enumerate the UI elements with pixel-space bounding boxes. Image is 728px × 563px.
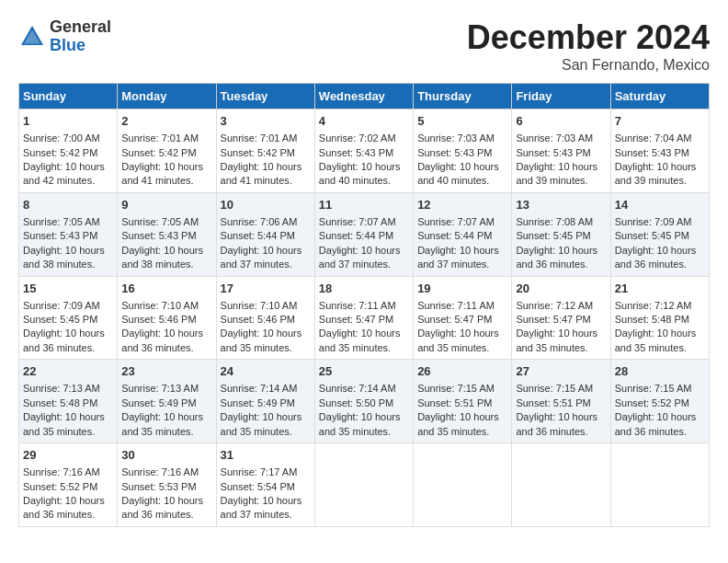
logo-icon	[18, 23, 46, 51]
sunrise-text: Sunrise: 7:13 AM	[121, 383, 199, 394]
day-number: 19	[417, 281, 507, 297]
sunset-text: Sunset: 5:44 PM	[417, 230, 492, 241]
sunrise-text: Sunrise: 7:08 AM	[516, 216, 593, 227]
daylight-text: Daylight: 10 hours and 35 minutes.	[121, 411, 203, 436]
daylight-text: Daylight: 10 hours and 36 minutes.	[23, 327, 105, 352]
sunset-text: Sunset: 5:46 PM	[121, 314, 196, 325]
day-number: 6	[516, 113, 606, 130]
sunset-text: Sunset: 5:43 PM	[121, 230, 196, 241]
sunrise-text: Sunrise: 7:16 AM	[23, 466, 100, 477]
location-title: San Fernando, Mexico	[467, 57, 710, 74]
sunset-text: Sunset: 5:45 PM	[516, 230, 590, 241]
day-number: 13	[516, 197, 606, 213]
daylight-text: Daylight: 10 hours and 35 minutes.	[319, 327, 401, 352]
day-number: 4	[319, 113, 409, 130]
sunset-text: Sunset: 5:48 PM	[615, 314, 689, 325]
sunrise-text: Sunrise: 7:12 AM	[516, 300, 593, 311]
calendar-cell: 1 Sunrise: 7:00 AM Sunset: 5:42 PM Dayli…	[19, 109, 118, 193]
day-number: 27	[516, 363, 606, 380]
calendar-cell: 26 Sunrise: 7:15 AM Sunset: 5:51 PM Dayl…	[414, 360, 512, 443]
daylight-text: Daylight: 10 hours and 38 minutes.	[23, 245, 105, 270]
sunset-text: Sunset: 5:51 PM	[417, 397, 492, 408]
sunrise-text: Sunrise: 7:07 AM	[319, 216, 396, 227]
sunset-text: Sunset: 5:44 PM	[319, 230, 393, 241]
sunrise-text: Sunrise: 7:00 AM	[23, 132, 100, 144]
sunset-text: Sunset: 5:45 PM	[23, 314, 97, 325]
calendar-week-4: 22 Sunrise: 7:13 AM Sunset: 5:48 PM Dayl…	[19, 360, 710, 443]
day-number: 15	[23, 281, 113, 297]
calendar-cell: 28 Sunrise: 7:15 AM Sunset: 5:52 PM Dayl…	[610, 360, 709, 443]
daylight-text: Daylight: 10 hours and 41 minutes.	[121, 161, 203, 186]
calendar-week-5: 29 Sunrise: 7:16 AM Sunset: 5:52 PM Dayl…	[19, 443, 710, 527]
sunset-text: Sunset: 5:49 PM	[121, 397, 196, 408]
day-number: 16	[121, 281, 211, 297]
sunrise-text: Sunrise: 7:16 AM	[121, 466, 199, 477]
calendar-cell: 7 Sunrise: 7:04 AM Sunset: 5:43 PM Dayli…	[610, 109, 709, 193]
calendar-cell: 2 Sunrise: 7:01 AM Sunset: 5:42 PM Dayli…	[118, 109, 216, 193]
daylight-text: Daylight: 10 hours and 35 minutes.	[221, 327, 302, 352]
calendar-cell: 27 Sunrise: 7:15 AM Sunset: 5:51 PM Dayl…	[512, 360, 610, 443]
sunrise-text: Sunrise: 7:10 AM	[221, 300, 298, 311]
calendar-cell: 8 Sunrise: 7:05 AM Sunset: 5:43 PM Dayli…	[19, 192, 118, 276]
sunrise-text: Sunrise: 7:05 AM	[121, 216, 199, 227]
calendar-cell: 3 Sunrise: 7:01 AM Sunset: 5:42 PM Dayli…	[216, 109, 314, 193]
sunset-text: Sunset: 5:52 PM	[23, 481, 97, 492]
daylight-text: Daylight: 10 hours and 40 minutes.	[417, 161, 499, 186]
day-number: 18	[319, 281, 409, 297]
sunset-text: Sunset: 5:51 PM	[516, 397, 590, 408]
daylight-text: Daylight: 10 hours and 36 minutes.	[121, 327, 203, 352]
sunset-text: Sunset: 5:47 PM	[319, 314, 393, 325]
calendar-cell: 4 Sunrise: 7:02 AM Sunset: 5:43 PM Dayli…	[314, 109, 413, 193]
sunset-text: Sunset: 5:43 PM	[23, 230, 97, 241]
sunset-text: Sunset: 5:43 PM	[516, 147, 590, 158]
daylight-text: Daylight: 10 hours and 35 minutes.	[615, 327, 697, 352]
day-number: 12	[417, 197, 507, 213]
sunset-text: Sunset: 5:47 PM	[516, 314, 590, 325]
calendar-cell: 13 Sunrise: 7:08 AM Sunset: 5:45 PM Dayl…	[512, 192, 610, 276]
sunrise-text: Sunrise: 7:07 AM	[417, 216, 495, 227]
sunrise-text: Sunrise: 7:02 AM	[319, 132, 396, 144]
daylight-text: Daylight: 10 hours and 37 minutes.	[221, 495, 302, 520]
sunset-text: Sunset: 5:43 PM	[417, 147, 492, 158]
sunrise-text: Sunrise: 7:11 AM	[319, 300, 396, 311]
daylight-text: Daylight: 10 hours and 37 minutes.	[319, 245, 401, 270]
daylight-text: Daylight: 10 hours and 36 minutes.	[23, 495, 105, 520]
day-number: 1	[23, 113, 113, 130]
calendar-cell: 15 Sunrise: 7:09 AM Sunset: 5:45 PM Dayl…	[19, 276, 118, 360]
calendar-cell: 10 Sunrise: 7:06 AM Sunset: 5:44 PM Dayl…	[216, 192, 314, 276]
header-friday: Friday	[512, 84, 610, 109]
calendar-cell: 11 Sunrise: 7:07 AM Sunset: 5:44 PM Dayl…	[314, 192, 413, 276]
day-number: 3	[221, 113, 311, 130]
day-number: 25	[319, 363, 409, 380]
sunset-text: Sunset: 5:53 PM	[121, 481, 196, 492]
sunrise-text: Sunrise: 7:15 AM	[516, 383, 593, 394]
sunset-text: Sunset: 5:47 PM	[417, 314, 492, 325]
calendar-cell: 30 Sunrise: 7:16 AM Sunset: 5:53 PM Dayl…	[118, 443, 216, 527]
calendar-cell: 17 Sunrise: 7:10 AM Sunset: 5:46 PM Dayl…	[216, 276, 314, 360]
weekday-header-row: Sunday Monday Tuesday Wednesday Thursday…	[19, 84, 710, 109]
sunset-text: Sunset: 5:52 PM	[615, 397, 689, 408]
sunrise-text: Sunrise: 7:12 AM	[615, 300, 692, 311]
daylight-text: Daylight: 10 hours and 35 minutes.	[23, 411, 105, 436]
day-number: 22	[23, 363, 113, 380]
sunset-text: Sunset: 5:43 PM	[615, 147, 689, 158]
sunset-text: Sunset: 5:42 PM	[23, 147, 97, 158]
calendar-week-1: 1 Sunrise: 7:00 AM Sunset: 5:42 PM Dayli…	[19, 109, 710, 193]
daylight-text: Daylight: 10 hours and 35 minutes.	[417, 411, 499, 436]
day-number: 10	[221, 197, 311, 213]
sunrise-text: Sunrise: 7:15 AM	[417, 383, 495, 394]
daylight-text: Daylight: 10 hours and 37 minutes.	[221, 245, 302, 270]
calendar-cell: 14 Sunrise: 7:09 AM Sunset: 5:45 PM Dayl…	[610, 192, 709, 276]
calendar-cell: 31 Sunrise: 7:17 AM Sunset: 5:54 PM Dayl…	[216, 443, 314, 527]
day-number: 20	[516, 281, 606, 297]
daylight-text: Daylight: 10 hours and 39 minutes.	[615, 161, 697, 186]
calendar-cell: 12 Sunrise: 7:07 AM Sunset: 5:44 PM Dayl…	[414, 192, 512, 276]
sunset-text: Sunset: 5:42 PM	[221, 147, 295, 158]
daylight-text: Daylight: 10 hours and 42 minutes.	[23, 161, 105, 186]
day-number: 14	[615, 197, 705, 213]
calendar-cell: 18 Sunrise: 7:11 AM Sunset: 5:47 PM Dayl…	[314, 276, 413, 360]
day-number: 29	[23, 447, 113, 464]
header-wednesday: Wednesday	[314, 84, 413, 109]
calendar-cell: 25 Sunrise: 7:14 AM Sunset: 5:50 PM Dayl…	[314, 360, 413, 443]
day-number: 2	[121, 113, 211, 130]
